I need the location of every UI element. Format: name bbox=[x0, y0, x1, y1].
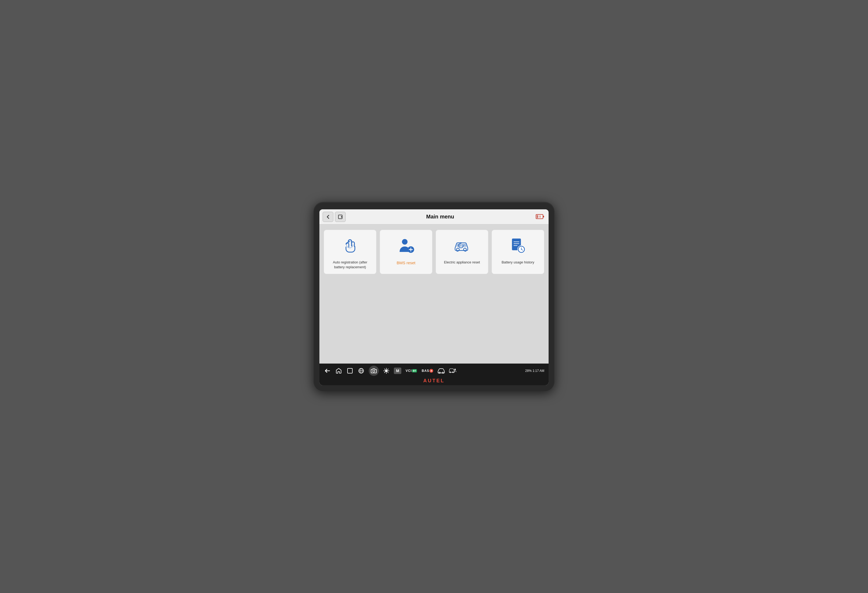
status-text: 28% 1:17 AM bbox=[525, 369, 544, 373]
device-screen: Main menu bbox=[319, 209, 549, 385]
bms-reset-label: BMS reset bbox=[397, 260, 415, 266]
main-content: Auto registration (after battery replace… bbox=[319, 224, 549, 364]
svg-line-36 bbox=[384, 372, 385, 373]
header-buttons bbox=[323, 212, 345, 222]
svg-point-8 bbox=[402, 239, 407, 245]
page-title: Main menu bbox=[345, 214, 535, 220]
header-bar: Main menu bbox=[319, 209, 549, 224]
svg-point-40 bbox=[450, 372, 451, 373]
svg-rect-5 bbox=[537, 215, 538, 218]
taskbar-icons: M VCI BT BAS ✕ bbox=[324, 366, 521, 376]
svg-point-39 bbox=[442, 372, 444, 373]
device-frame: Main menu bbox=[313, 202, 555, 391]
auto-registration-label: Auto registration (after battery replace… bbox=[327, 260, 373, 270]
taskbar-car-icon[interactable] bbox=[437, 367, 445, 375]
taskbar-browser-icon[interactable] bbox=[357, 367, 365, 375]
taskbar-bas-icon[interactable]: BAS ✕ bbox=[421, 367, 434, 375]
battery-usage-history-card[interactable]: Battery usage history bbox=[492, 230, 544, 274]
svg-point-42 bbox=[454, 369, 456, 370]
taskbar-brightness-icon[interactable] bbox=[382, 367, 390, 375]
taskbar-car-person-icon[interactable] bbox=[449, 367, 456, 375]
svg-line-35 bbox=[388, 372, 388, 373]
battery-usage-history-label: Battery usage history bbox=[502, 260, 534, 265]
person-plus-icon bbox=[396, 235, 417, 257]
svg-point-41 bbox=[452, 372, 453, 373]
taskbar-recent-icon[interactable] bbox=[346, 367, 354, 375]
back-button[interactable] bbox=[323, 212, 333, 222]
svg-point-28 bbox=[373, 370, 375, 372]
auto-registration-card[interactable]: Auto registration (after battery replace… bbox=[324, 230, 376, 274]
menu-grid: Auto registration (after battery replace… bbox=[324, 230, 544, 274]
document-clock-icon bbox=[507, 235, 529, 257]
svg-line-37 bbox=[388, 369, 388, 369]
brand-bar: AUTEL bbox=[319, 377, 549, 385]
touch-icon bbox=[340, 235, 361, 257]
svg-point-23 bbox=[521, 249, 521, 250]
exit-button[interactable] bbox=[335, 212, 345, 222]
battery-icon bbox=[535, 212, 545, 222]
electric-appliance-reset-card[interactable]: Electric appliance reset bbox=[435, 230, 489, 274]
svg-rect-24 bbox=[347, 368, 352, 373]
svg-point-38 bbox=[439, 372, 440, 373]
taskbar-mode-icon[interactable]: M bbox=[394, 367, 402, 374]
svg-line-34 bbox=[384, 369, 385, 369]
svg-rect-2 bbox=[543, 216, 544, 217]
taskbar-back-icon[interactable] bbox=[324, 367, 331, 375]
taskbar: M VCI BT BAS ✕ bbox=[319, 364, 549, 377]
electric-appliance-reset-label: Electric appliance reset bbox=[444, 260, 480, 265]
taskbar-camera-icon[interactable] bbox=[369, 366, 379, 376]
svg-point-29 bbox=[385, 369, 388, 372]
bms-reset-card[interactable]: BMS reset bbox=[379, 230, 433, 274]
taskbar-vci-icon[interactable]: VCI BT bbox=[405, 367, 418, 375]
taskbar-home-icon[interactable] bbox=[335, 367, 342, 375]
car-reset-icon bbox=[452, 235, 473, 257]
brand-name: AUTEL bbox=[423, 378, 445, 384]
